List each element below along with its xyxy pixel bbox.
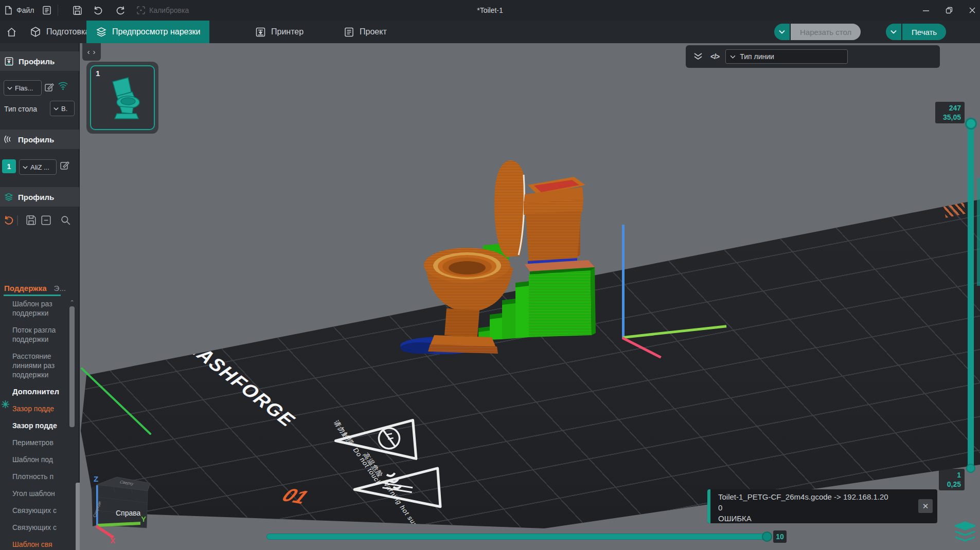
cube-x-label: X [110, 536, 115, 545]
setting-item[interactable]: Расстояние линиями раз поддержки [12, 352, 67, 379]
file-menu[interactable]: Файл [4, 0, 34, 21]
orientation-cube[interactable]: Z Y X Справа Спереди Сверху [87, 470, 216, 547]
filament-profile-header[interactable]: Профиль [0, 130, 79, 149]
layers-icon [4, 192, 13, 201]
recent-files-button[interactable] [42, 0, 51, 21]
sliced-model[interactable] [391, 154, 597, 362]
layer-view-corner-icon[interactable] [953, 521, 977, 546]
cube-icon [30, 26, 41, 38]
gcode-view-icon[interactable]: </> [710, 52, 719, 61]
setting-item[interactable]: Шаблон под [12, 455, 67, 464]
flashforge-diamond-icon [163, 321, 177, 336]
layer-slider-bottom-handle[interactable] [966, 464, 975, 473]
setting-item[interactable]: Зазор подде [12, 404, 67, 413]
collapse-all-icon[interactable] [41, 215, 51, 228]
tab-printer[interactable]: Принтер [246, 21, 313, 43]
restore-button[interactable] [941, 3, 957, 17]
chevron-down-icon [730, 55, 736, 59]
print-moves-value-badge: 10 [773, 530, 787, 543]
line-type-select[interactable]: Тип линии [725, 49, 848, 64]
advanced-settings-icon [1, 400, 10, 411]
plate-right-edge [977, 178, 980, 286]
file-icon [4, 6, 13, 15]
setting-item[interactable]: Шаблон свя [12, 540, 67, 549]
setting-group-advanced[interactable]: Дополнител [12, 387, 67, 396]
undo-button[interactable] [93, 0, 103, 21]
active-tab-underline [4, 295, 61, 296]
toast-close-button[interactable]: ✕ [918, 499, 933, 513]
layer-slider-top-handle[interactable] [965, 118, 977, 130]
tab-project[interactable]: Проект [334, 21, 396, 43]
cube-z-label: Z [94, 474, 98, 483]
layer-slider-track[interactable] [968, 125, 974, 469]
setting-item[interactable]: Зазор подде [12, 421, 67, 430]
profile-tools-divider [16, 215, 19, 228]
tab-printer-label: Принтер [271, 27, 304, 36]
object-thumbnail-card[interactable]: 1 [86, 62, 158, 134]
project-icon [344, 27, 354, 38]
setting-item[interactable]: Шаблон раз поддержки [12, 299, 67, 318]
wifi-icon[interactable] [58, 81, 68, 93]
minimize-button[interactable] [918, 3, 934, 17]
printer-select[interactable]: Flas... [4, 80, 42, 96]
tab-slice-preview[interactable]: Предпросмотр нарезки [86, 21, 209, 43]
chevron-down-icon [7, 86, 12, 90]
slice-dropdown-chevron[interactable] [774, 24, 790, 40]
setting-item[interactable]: Угол шаблон [12, 489, 67, 498]
toilet-thumbnail-icon [101, 75, 149, 122]
cube-front-label: Справа [116, 509, 141, 517]
print-button[interactable]: Печать [902, 24, 946, 40]
reset-profile-icon[interactable] [4, 215, 14, 227]
settings-list: Шаблон раз поддержки Поток разгла поддер… [0, 299, 68, 550]
calibration-button[interactable]: Калибровка [136, 0, 189, 21]
settings-vertical-scrollbar[interactable]: ⌃ ⌄ [69, 299, 75, 550]
print-moves-slider-track[interactable] [266, 534, 770, 540]
filament-icon [4, 135, 13, 144]
collapse-object-list-button[interactable]: ‹ › [82, 43, 101, 61]
bed-type-select[interactable]: B. [50, 101, 75, 116]
3d-viewport[interactable]: FLASHFORGE 请勿触摸 Do not touch 高温危险 Warnin… [80, 43, 980, 550]
setting-item[interactable]: Связующих с [12, 506, 67, 515]
toast-progress: 0 [718, 503, 722, 512]
tab-expert-settings[interactable]: Э... [54, 284, 66, 292]
save-icon [73, 6, 82, 15]
printer-icon [255, 27, 266, 38]
setting-item[interactable]: Связующих с [12, 523, 67, 532]
edit-filament-icon[interactable] [60, 160, 70, 173]
printer-profile-header[interactable]: Профиль [0, 51, 79, 71]
object-index: 1 [96, 69, 100, 78]
edit-printer-icon[interactable] [44, 82, 55, 95]
chevron-down-icon [890, 30, 897, 34]
redo-button[interactable] [115, 0, 126, 21]
filament-slot-badge[interactable]: 1 [2, 159, 16, 173]
cube-y-label: Y [141, 515, 146, 523]
setting-item[interactable]: Плотность п [12, 472, 67, 481]
z-axis-line [622, 225, 625, 338]
main-tab-bar: Подготовка Предпросмотр нарезки Принтер … [0, 21, 980, 43]
close-button[interactable] [964, 3, 980, 17]
filament-select[interactable]: AliZ ... [19, 159, 57, 175]
chevron-down-icon [54, 107, 59, 111]
print-dropdown-chevron[interactable] [886, 24, 901, 40]
save-button[interactable] [73, 0, 82, 21]
chevron-down-icon [779, 30, 785, 34]
toast-filename: Toilet-1_PETG-CF_26m4s.gcode -> 192.168.… [718, 492, 888, 501]
scroll-up-icon[interactable]: ⌃ [69, 299, 75, 306]
tab-support-settings[interactable]: Поддержка [4, 284, 47, 292]
print-split-button: Печать [886, 24, 946, 40]
process-profile-header[interactable]: Профиль [0, 187, 79, 207]
search-settings-icon[interactable] [60, 215, 71, 228]
printer-icon [4, 57, 14, 66]
calibration-icon [136, 6, 146, 15]
collapse-panel-icon[interactable] [693, 52, 703, 61]
preview-toolbar: </> Тип линии [686, 45, 940, 68]
save-profile-icon[interactable] [26, 215, 37, 228]
print-moves-slider-handle[interactable] [762, 531, 772, 542]
home-button[interactable] [0, 21, 23, 43]
setting-item[interactable]: Периметров [12, 438, 67, 447]
vertical-scroll-thumb[interactable] [69, 306, 75, 427]
slice-plate-button[interactable]: Нарезать стол [791, 24, 861, 40]
setting-item[interactable]: Поток разгла поддержки [12, 325, 67, 344]
menu-list-icon [42, 6, 51, 15]
left-sidebar: Профиль Flas... Тип стола B. Профиль 1 A… [0, 43, 79, 550]
